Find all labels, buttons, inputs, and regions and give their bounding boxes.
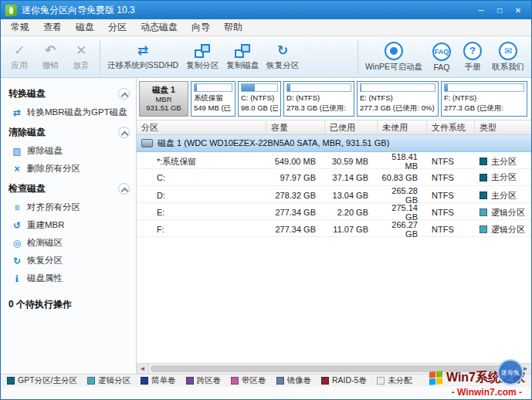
copy-disk-label: 复制磁盘	[226, 60, 259, 71]
usage-bar	[241, 83, 278, 92]
diskmap-partition-e[interactable]: E: (NTFS) 277.3 GB (已使用: 0%)	[357, 81, 439, 117]
copy-partition-button[interactable]: 复制分区	[182, 39, 222, 76]
undo-button[interactable]: ↶ 撤销	[35, 39, 66, 76]
discard-button[interactable]: ✕ 放弃	[66, 39, 97, 76]
watermark-url: - Winwin7.com -	[429, 387, 525, 398]
manual-label: 手册	[465, 62, 481, 73]
sidebar-item-rebuild-mbr[interactable]: ↺ 重建MBR	[1, 216, 136, 234]
apply-button[interactable]: ✓ 应用	[4, 39, 35, 76]
legend-color-swatch	[186, 377, 194, 385]
column-partition[interactable]: 分区	[137, 120, 266, 134]
disk1-group-row[interactable]: 磁盘 1 (WDC WD10EZEX-22BN5A0 SATA, MBR, 93…	[137, 135, 531, 152]
scroll-left-icon[interactable]: ◄	[137, 364, 149, 374]
table-row-system-reserved[interactable]: *:系统保留 549.00 MB 30.59 MB 518.41 MB NTFS…	[137, 152, 531, 169]
legend-color-swatch	[377, 377, 385, 385]
filesystem-value: NTFS	[427, 157, 475, 166]
table-row-c[interactable]: C: 97.97 GB 37.14 GB 60.83 GB NTFS 主分区	[137, 169, 531, 186]
column-capacity[interactable]: 容量	[266, 120, 325, 134]
column-unused[interactable]: 未使用	[378, 120, 427, 134]
menu-partition[interactable]: 分区	[101, 19, 134, 36]
winpe-label: WinPE可启动盘	[365, 62, 422, 73]
type-color-swatch	[479, 174, 487, 181]
column-type[interactable]: 类型	[475, 120, 531, 134]
sidebar-item-delete-all-partitions[interactable]: × 删除所有分区	[1, 160, 136, 178]
migrate-os-button[interactable]: ⇄ 迁移系统到SSD/HD	[103, 39, 182, 76]
recover-icon: ↻	[12, 256, 22, 266]
menu-view[interactable]: 查看	[36, 19, 69, 36]
type-value: 逻辑分区	[491, 224, 525, 236]
diskmap-partition-d[interactable]: D: (NTFS) 278.3 GB (已使用:	[283, 81, 354, 117]
sidebar-item-recover-partition[interactable]: ↻ 恢复分区	[1, 252, 136, 269]
partition-label: C: (NTFS)	[241, 93, 278, 103]
copy-disk-button[interactable]: 复制磁盘	[222, 39, 263, 76]
sidebar-section-convert-disk[interactable]: 转换磁盘	[1, 83, 136, 103]
sidebar-item-surface-test[interactable]: ◎ 检测磁区	[1, 234, 136, 252]
minimize-button[interactable]: ─	[473, 3, 490, 17]
contact-us-button[interactable]: ✉ 联系我们	[488, 39, 528, 76]
windows-flag-icon	[429, 371, 442, 385]
sidebar-section-clean-disk[interactable]: 清除磁盘	[1, 121, 136, 142]
used-value: 2.20 GB	[325, 208, 378, 217]
legend-color-swatch	[7, 377, 15, 385]
partition-name: C:	[137, 173, 266, 182]
menu-general[interactable]: 常规	[4, 19, 36, 36]
recover-partition-label: 恢复分区	[266, 60, 299, 71]
sidebar-item-disk-properties[interactable]: ℹ 磁盘属性	[1, 269, 136, 287]
copy-partition-label: 复制分区	[186, 60, 219, 71]
sidebar-item-label: 删除所有分区	[27, 163, 80, 175]
faq-button[interactable]: FAQ FAQ	[426, 39, 457, 76]
type-value: 主分区	[491, 171, 517, 183]
menu-disk[interactable]: 磁盘	[69, 19, 101, 36]
toolbar: ✓ 应用 ↶ 撤销 ✕ 放弃 ⇄ 迁移系统到SSD/HD 复制分区 复制磁盘 ↻…	[1, 36, 531, 78]
legend-color-swatch	[231, 377, 239, 385]
table-row-e[interactable]: E: 277.34 GB 2.20 GB 275.14 GB NTFS 逻辑分区	[137, 203, 531, 220]
diskmap-partition-system-reserved[interactable]: 系统保留 549 MB (已	[191, 81, 236, 117]
legend-color-swatch	[321, 377, 329, 385]
chevron-up-icon[interactable]	[118, 88, 130, 100]
disk-scheme: MBR	[155, 95, 171, 103]
unused-value: 266.27 GB	[378, 220, 427, 239]
action-sidebar: 转换磁盘 ⇄ 转换MBR磁盘为GPT磁盘 清除磁盘 ▨ 擦除磁盘 × 删除所有分…	[1, 78, 137, 374]
column-filesystem[interactable]: 文件系统	[427, 120, 475, 134]
toolbar-separator	[357, 40, 358, 74]
table-empty-area	[137, 237, 531, 363]
partition-name: *:系统保留	[137, 156, 266, 168]
capacity-value: 277.34 GB	[266, 208, 325, 217]
close-button[interactable]: ✕	[510, 3, 527, 17]
properties-icon: ℹ	[12, 273, 22, 284]
discard-x-icon: ✕	[76, 43, 86, 59]
menu-help[interactable]: 帮助	[217, 19, 249, 36]
table-row-d[interactable]: D: 278.32 GB 13.04 GB 265.28 GB NTFS 主分区	[137, 186, 531, 203]
sidebar-item-wipe-disk[interactable]: ▨ 擦除磁盘	[1, 142, 136, 160]
chevron-up-icon[interactable]	[118, 183, 130, 195]
copy-partition-icon	[195, 44, 210, 58]
usage-bar	[286, 83, 351, 92]
diskmap-disk1[interactable]: 磁盘 1 MBR 931.51 GB	[139, 81, 188, 117]
manual-button[interactable]: ? 手册	[457, 39, 488, 76]
used-value: 30.59 MB	[325, 157, 378, 166]
sidebar-item-label: 检测磁区	[27, 237, 63, 249]
menu-dynamic-disk[interactable]: 动态磁盘	[134, 19, 185, 36]
chevron-up-icon[interactable]	[118, 127, 130, 138]
maximize-button[interactable]: □	[491, 3, 508, 17]
recover-partition-button[interactable]: ↻ 恢复分区	[263, 39, 303, 76]
apply-check-icon: ✓	[14, 43, 25, 59]
app-window: 迷你兔分区向导免费版 10.3 ─ □ ✕ 常规 查看 磁盘 分区 动态磁盘 向…	[0, 0, 532, 400]
diskmap-partition-f[interactable]: F: (NTFS) 277.3 GB (已使用:	[441, 81, 527, 117]
partition-size: 278.3 GB (已使用:	[286, 103, 351, 114]
diskmap-partition-c[interactable]: C: (NTFS) 98.0 GB (已	[238, 81, 281, 117]
used-value: 11.07 GB	[325, 225, 378, 234]
sidebar-section-check-disk[interactable]: 检查磁盘	[1, 178, 136, 198]
hdd-icon	[141, 139, 153, 147]
menu-wizard[interactable]: 向导	[185, 19, 217, 36]
align-icon: ≡	[12, 202, 22, 213]
winpe-bootable-button[interactable]: WinPE可启动盘	[361, 39, 426, 76]
sidebar-item-convert-mbr-to-gpt[interactable]: ⇄ 转换MBR磁盘为GPT磁盘	[1, 103, 136, 121]
sidebar-item-align-all-partitions[interactable]: ≡ 对齐所有分区	[1, 198, 136, 216]
usage-bar	[444, 83, 524, 92]
sidebar-item-label: 对齐所有分区	[27, 202, 80, 213]
table-row-f[interactable]: F: 277.34 GB 11.07 GB 266.27 GB NTFS 逻辑分…	[137, 220, 531, 237]
capacity-value: 549.00 MB	[266, 157, 325, 166]
section-title: 转换磁盘	[8, 87, 46, 100]
column-used[interactable]: 已使用	[325, 120, 378, 134]
